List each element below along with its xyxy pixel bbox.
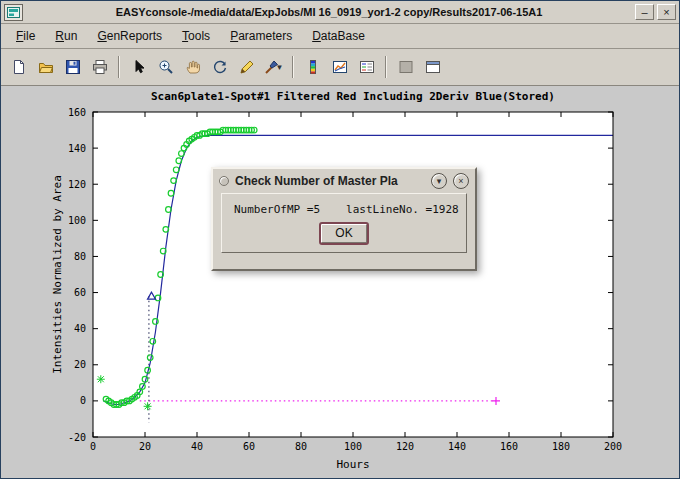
dialog-titlebar[interactable]: Check Number of Master Pla ▾ × (213, 169, 475, 193)
close-button[interactable]: × (657, 4, 676, 20)
svg-text:Hours: Hours (336, 458, 369, 471)
open-folder-icon (38, 59, 54, 75)
figure-area: 020406080100120140160180200-200204060801… (1, 86, 679, 478)
menu-tools[interactable]: Tools (173, 26, 219, 46)
svg-text:20: 20 (139, 441, 151, 452)
svg-text:0: 0 (90, 441, 96, 452)
dialog-message: NumberOfMP =5 lastLineNo. =1928 (234, 203, 454, 216)
window-title: EASYconsole-/media/data/ExpJobs/MI 16_09… (26, 6, 632, 18)
brush-button[interactable]: ▼ (261, 55, 286, 80)
rotate-3d-button[interactable] (207, 55, 232, 80)
window-menu-icon[interactable] (4, 4, 23, 21)
new-file-icon (11, 59, 27, 75)
datatip-pen-icon (239, 59, 255, 75)
svg-text:-20: -20 (68, 432, 86, 443)
ok-button[interactable]: OK (321, 224, 367, 243)
arrow-cursor-icon (131, 59, 147, 75)
svg-text:100: 100 (344, 441, 362, 452)
titlebar[interactable]: EASYconsole-/media/data/ExpJobs/MI 16_09… (1, 1, 679, 24)
svg-text:80: 80 (74, 251, 86, 262)
menu-file[interactable]: File (7, 26, 44, 46)
svg-text:120: 120 (68, 179, 86, 190)
plot-browser-icon (332, 59, 348, 75)
menu-database[interactable]: DataBase (303, 26, 374, 46)
svg-text:160: 160 (68, 107, 86, 118)
app-icon (7, 7, 20, 18)
svg-text:80: 80 (295, 441, 307, 452)
minimize-button[interactable]: – (635, 4, 654, 20)
menu-parameters[interactable]: Parameters (221, 26, 301, 46)
insert-colorbar-button[interactable] (300, 55, 325, 80)
svg-text:160: 160 (500, 441, 518, 452)
svg-text:60: 60 (243, 441, 255, 452)
open-file-button[interactable] (33, 55, 58, 80)
svg-text:Scan6plate1-Spot#1 Filtered Re: Scan6plate1-Spot#1 Filtered Red Includin… (151, 90, 555, 103)
toolbar-separator (292, 56, 294, 78)
dialog-message-numberofmp: NumberOfMP =5 (234, 203, 320, 216)
toolbar: ▼ (1, 49, 679, 86)
data-cursor-button[interactable] (234, 55, 259, 80)
dialog-message-lastlineno: lastLineNo. =1928 (346, 203, 459, 216)
plot-tools-on-button[interactable] (420, 55, 445, 80)
svg-text:120: 120 (396, 441, 414, 452)
dialog-title: Check Number of Master Pla (235, 174, 425, 188)
hand-icon (185, 59, 201, 75)
zoom-in-icon (158, 59, 174, 75)
dialog-body: NumberOfMP =5 lastLineNo. =1928 OK (221, 193, 467, 253)
app-window: EASYconsole-/media/data/ExpJobs/MI 16_09… (0, 0, 680, 479)
svg-text:40: 40 (74, 323, 86, 334)
menubar: File Run GenReports Tools Parameters Dat… (1, 24, 679, 49)
print-figure-button[interactable] (87, 55, 112, 80)
dialog-collapse-button[interactable]: ▾ (431, 173, 447, 189)
svg-text:140: 140 (68, 143, 86, 154)
save-figure-button[interactable] (60, 55, 85, 80)
dialog-menu-icon[interactable] (219, 176, 229, 186)
gray-panel-icon (398, 59, 414, 75)
edit-arrow-button[interactable] (126, 55, 151, 80)
svg-text:200: 200 (604, 441, 622, 452)
toolbar-separator (118, 56, 120, 78)
svg-text:100: 100 (68, 215, 86, 226)
legend-icon (359, 59, 375, 75)
toolbar-separator (385, 56, 387, 78)
chart-canvas[interactable]: 020406080100120140160180200-200204060801… (1, 86, 679, 478)
colorbar-icon (305, 59, 321, 75)
dialog-close-button[interactable]: × (453, 173, 469, 189)
new-file-button[interactable] (6, 55, 31, 80)
insert-legend-button[interactable] (354, 55, 379, 80)
svg-text:20: 20 (74, 359, 86, 370)
svg-text:180: 180 (552, 441, 570, 452)
dialog-ok-row: OK (234, 223, 454, 243)
zoom-in-button[interactable] (153, 55, 178, 80)
menu-run[interactable]: Run (46, 26, 86, 46)
plot-tools-off-button[interactable] (393, 55, 418, 80)
svg-text:Intensities Normalized by Area: Intensities Normalized by Area (51, 175, 64, 374)
svg-text:140: 140 (448, 441, 466, 452)
pan-hand-button[interactable] (180, 55, 205, 80)
save-icon (65, 59, 81, 75)
svg-text:60: 60 (74, 287, 86, 298)
print-icon (92, 59, 108, 75)
svg-text:0: 0 (80, 395, 86, 406)
brush-dropdown-icon[interactable]: ▼ (276, 63, 284, 72)
menu-genreports[interactable]: GenReports (88, 26, 171, 46)
svg-text:40: 40 (191, 441, 203, 452)
check-master-plate-dialog: Check Number of Master Pla ▾ × NumberOfM… (211, 167, 477, 271)
plot-browser-button[interactable] (327, 55, 352, 80)
rotate-icon (212, 59, 228, 75)
window-panel-icon (425, 59, 441, 75)
